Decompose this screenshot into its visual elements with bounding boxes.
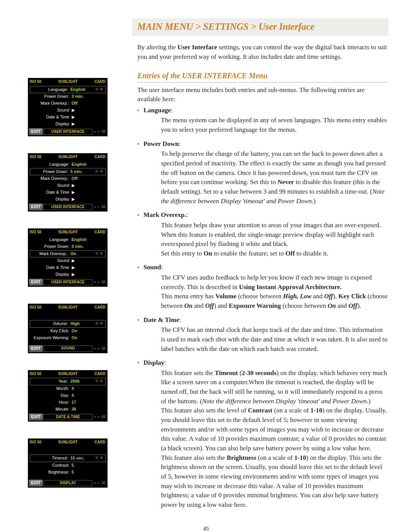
menu-row: Sound▶ <box>28 182 107 189</box>
entry-label: • Language: <box>137 106 388 115</box>
entry-description: To help preserve the charge of the batte… <box>161 149 388 206</box>
entry-label: • Display: <box>137 358 388 368</box>
menu-row: Mark Overexp.:On⊖ ⊕ <box>30 250 106 258</box>
menu-row: Sound▶ <box>28 107 107 114</box>
menu-row: Power Down:3 min. <box>28 243 107 250</box>
menu-row: Key Click:On <box>28 328 107 335</box>
status-icons: ● ● ⌫ <box>93 415 106 419</box>
entry-description: This feature sets the Timeout (2-30 seco… <box>161 369 388 510</box>
exit-button[interactable]: EXIT <box>29 279 43 286</box>
menu-row: Power Down:3 min. <box>28 93 107 100</box>
screen-title: USER INTERFACE <box>43 204 92 210</box>
menu-row: Sound▶ <box>28 257 107 264</box>
menu-row: Timeout:15 sec.⊖ ⊕ <box>30 454 106 462</box>
screen-title: USER INTERFACE <box>43 279 92 286</box>
status-icons: ● ● ⌫ <box>93 129 106 134</box>
screenshot-column: ISO 50SUNLIGHTCARDLanguage:English⊖ ⊕Pow… <box>24 78 111 505</box>
section-intro: The user interface menu includes both en… <box>137 86 388 104</box>
camera-screen: ISO 50SUNLIGHTCARDLanguage:EnglishPower … <box>28 229 107 286</box>
exit-button[interactable]: EXIT <box>29 345 43 352</box>
menu-row: Date & Time▶ <box>28 264 107 271</box>
entry-description: The CFV uses audio feedback to help let … <box>161 273 388 311</box>
intro-paragraph: By altering the User Interface settings,… <box>137 43 388 61</box>
menu-row: Minute:30 <box>28 406 107 413</box>
exit-button[interactable]: EXIT <box>29 414 43 420</box>
entry-description: The menu system can be displayed in any … <box>161 116 388 134</box>
menu-row: Power Down:5 min.⊖ ⊕ <box>30 168 106 176</box>
menu-row: Year:2006⊖ ⊕ <box>30 378 106 385</box>
section-heading: Entries of the USER INTERFACE Menu <box>137 70 388 82</box>
entry-label: • Date & Time: <box>137 315 388 325</box>
page-number: 45 <box>24 525 388 532</box>
status-icons: ● ● ⌫ <box>93 481 106 485</box>
menu-row: Month:4 <box>28 385 107 392</box>
menu-row: Date & Time▶ <box>28 114 107 121</box>
screen-title: DISPLAY <box>43 480 92 487</box>
entry-label: • Sound: <box>137 263 388 272</box>
breadcrumb-text: MAIN MENU > SETTINGS > User Interface <box>137 21 314 32</box>
camera-screen: ISO 50SUNLIGHTCARDTimeout:15 sec.⊖ ⊕Cont… <box>28 439 107 487</box>
camera-screen: ISO 50SUNLIGHTCARDLanguage:English⊖ ⊕Pow… <box>28 78 107 136</box>
menu-row: Mark Overexp.:Off <box>28 100 107 107</box>
camera-screen: ISO 50SUNLIGHTCARDYear:2006⊖ ⊕Month:4Day… <box>28 370 107 421</box>
camera-screen: ISO 50SUNLIGHTCARDLanguage:EnglishPower … <box>28 154 107 211</box>
menu-row: Contrast:5 <box>28 462 107 469</box>
menu-row: Language:English <box>28 236 107 243</box>
entry-label: • Mark Overexp.: <box>137 210 388 220</box>
menu-row: Display▶ <box>28 121 107 128</box>
menu-row: Day:4 <box>28 392 107 399</box>
entries-list: • Language:The menu system can be displa… <box>137 106 388 510</box>
breadcrumb: MAIN MENU > SETTINGS > User Interface <box>132 18 388 36</box>
menu-row: Volume:High⊖ ⊕ <box>30 320 106 328</box>
screen-title: USER INTERFACE <box>43 129 92 135</box>
menu-row: Display▶ <box>28 271 107 278</box>
menu-row: Hour:17 <box>28 399 107 406</box>
status-icons: ● ● ⌫ <box>93 346 106 351</box>
entry-description: The CFV has an internal clock that keeps… <box>161 325 388 354</box>
exit-button[interactable]: EXIT <box>29 128 43 135</box>
menu-row: Date & Time▶ <box>28 189 107 196</box>
entry-label: • Power Down: <box>137 139 388 149</box>
menu-row: Brightness:5 <box>28 469 107 476</box>
entry-description: This feature helps draw your attention t… <box>161 221 388 259</box>
camera-screen: ISO 50SUNLIGHTCARDVolume:High⊖ ⊕Key Clic… <box>28 304 107 353</box>
exit-button[interactable]: EXIT <box>29 480 43 487</box>
menu-row: Display▶ <box>28 196 107 203</box>
menu-row: Language:English⊖ ⊕ <box>30 86 106 94</box>
status-icons: ● ● ⌫ <box>93 280 106 285</box>
exit-button[interactable]: EXIT <box>29 204 43 210</box>
screen-title: SOUND <box>43 345 92 352</box>
menu-row: Mark Overexp.:Off <box>28 175 107 182</box>
menu-row: Language:English <box>28 161 107 168</box>
screen-title: DATE & TIME <box>43 414 92 420</box>
menu-row: Exposure Warning:On <box>28 335 107 341</box>
status-icons: ● ● ⌫ <box>93 205 106 209</box>
